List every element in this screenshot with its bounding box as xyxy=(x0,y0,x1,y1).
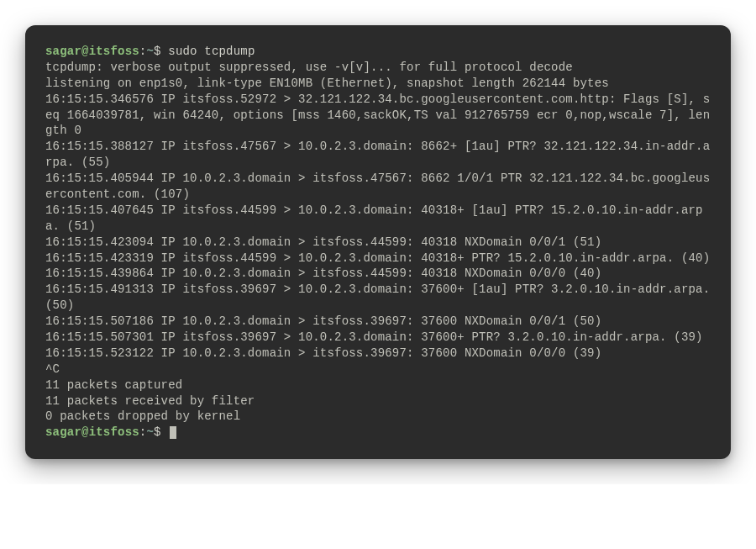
prompt-user-2: sagar xyxy=(45,425,81,439)
prompt-at: @ xyxy=(81,45,89,58)
prompt-path-2: ~ xyxy=(146,425,154,439)
prompt-host: itsfoss xyxy=(89,45,139,58)
prompt-path: ~ xyxy=(146,45,154,58)
prompt-symbol-2: $ xyxy=(154,425,161,439)
cursor xyxy=(170,426,176,439)
prompt-symbol: $ xyxy=(154,45,161,58)
command-output: tcpdump: verbose output suppressed, use … xyxy=(45,61,717,424)
prompt-user: sagar xyxy=(45,45,81,58)
prompt-host-2: itsfoss xyxy=(89,425,139,439)
command-text: sudo tcpdump xyxy=(168,45,255,58)
prompt-at-2: @ xyxy=(81,425,89,439)
terminal-content[interactable]: sagar@itsfoss:~$ sudo tcpdump tcpdump: v… xyxy=(45,44,711,441)
terminal-window: sagar@itsfoss:~$ sudo tcpdump tcpdump: v… xyxy=(25,25,731,459)
